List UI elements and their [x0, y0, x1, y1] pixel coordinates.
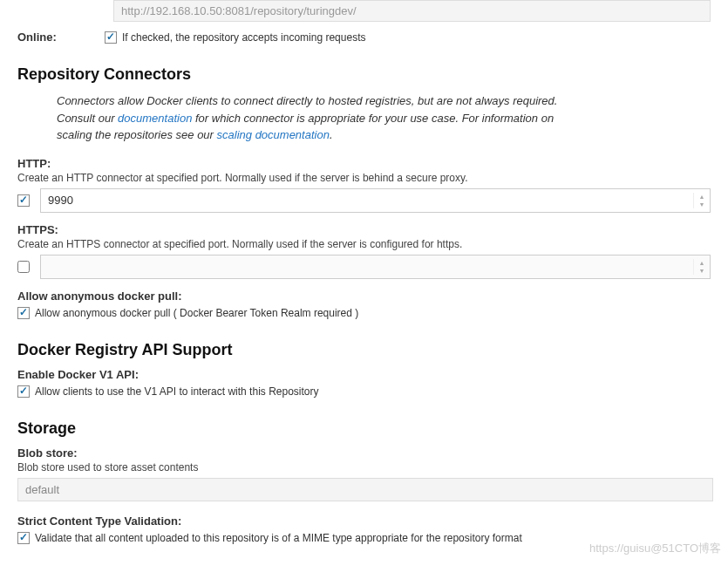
- v1-api-text: Allow clients to use the V1 API to inter…: [35, 385, 319, 398]
- v1-api-label: Enable Docker V1 API:: [17, 368, 711, 381]
- api-heading: Docker Registry API Support: [17, 341, 711, 359]
- strict-validation-checkbox[interactable]: [17, 532, 30, 544]
- connectors-heading: Repository Connectors: [17, 65, 711, 84]
- online-checkbox[interactable]: [105, 31, 117, 44]
- online-label: Online:: [17, 31, 105, 44]
- anon-pull-label: Allow anonymous docker pull:: [17, 290, 711, 303]
- https-help: Create an HTTPS connector at specified p…: [17, 238, 711, 250]
- storage-heading: Storage: [17, 419, 711, 438]
- strict-validation-text: Validate that all content uploaded to th…: [35, 532, 522, 544]
- anon-pull-text: Allow anonymous docker pull ( Docker Bea…: [35, 307, 358, 319]
- blob-store-help: Blob store used to store asset contents: [17, 461, 711, 474]
- http-port-input[interactable]: 9990 ▲▼: [40, 188, 711, 213]
- online-help: If checked, the repository accepts incom…: [122, 31, 365, 44]
- http-help: Create an HTTP connector at specified po…: [17, 172, 711, 184]
- https-port-input[interactable]: ▲▼: [40, 255, 711, 279]
- strict-validation-label: Strict Content Type Validation:: [17, 514, 711, 528]
- http-label: HTTP:: [17, 157, 711, 170]
- https-label: HTTPS:: [17, 223, 711, 236]
- connectors-description: Connectors allow Docker clients to conne…: [57, 92, 580, 144]
- anon-pull-checkbox[interactable]: [17, 307, 30, 319]
- https-port-stepper[interactable]: ▲▼: [693, 259, 710, 275]
- http-checkbox[interactable]: [17, 194, 30, 207]
- scaling-documentation-link[interactable]: scaling documentation: [217, 128, 330, 141]
- blob-store-label: Blob store:: [17, 446, 711, 460]
- http-port-stepper[interactable]: ▲▼: [693, 193, 710, 208]
- blob-store-select[interactable]: default: [17, 478, 713, 501]
- repo-url-box: http://192.168.10.50:8081/repository/tur…: [113, 0, 711, 22]
- documentation-link[interactable]: documentation: [118, 112, 192, 125]
- https-checkbox[interactable]: [17, 261, 30, 273]
- v1-api-checkbox[interactable]: [17, 385, 30, 398]
